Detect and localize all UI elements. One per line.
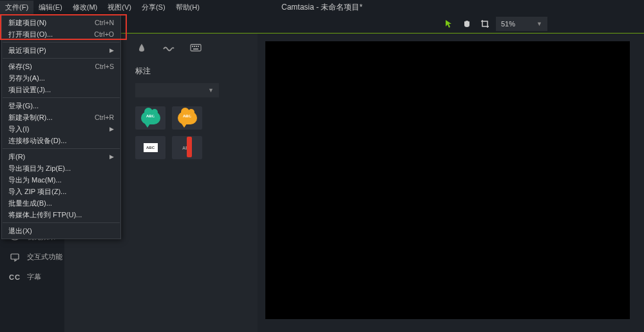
selected-indicator (187, 137, 192, 157)
chevron-right-icon: ▶ (109, 47, 114, 54)
sidebar-item-label: 交互式功能 (27, 252, 62, 262)
menu-import-zip[interactable]: 导入 ZIP 项目(Z)... (2, 186, 120, 197)
caret-down-icon: ▼ (208, 87, 214, 93)
chevron-right-icon: ▶ (109, 153, 114, 160)
annotation-thumb-cloud-orange[interactable]: ABC (172, 106, 202, 130)
menu-edit[interactable]: 编辑(E) (33, 1, 68, 14)
zoom-dropdown[interactable]: 51% ▼ (496, 17, 547, 31)
menu-login[interactable]: 登录(G)... (2, 100, 120, 112)
crop-tool-icon[interactable] (478, 17, 492, 31)
menu-help[interactable]: 帮助(H) (171, 1, 205, 14)
svg-rect-8 (193, 48, 198, 50)
menu-view[interactable]: 视图(V) (102, 1, 137, 14)
file-menu-dropdown: 新建项目(N)Ctrl+N 打开项目(O)...Ctrl+O 最近项目(P)▶ … (1, 14, 121, 239)
menu-share[interactable]: 分享(S) (137, 1, 171, 14)
keyboard-icon[interactable] (189, 41, 202, 54)
hand-tool-icon[interactable] (460, 17, 474, 31)
svg-rect-5 (194, 46, 195, 47)
menu-import[interactable]: 导入(I)▶ (2, 123, 120, 135)
menubar: Camtasia - 未命名项目* 文件(F) 编辑(E) 修改(M) 视图(V… (0, 0, 644, 14)
caret-down-icon: ▼ (536, 21, 542, 27)
menu-file[interactable]: 文件(F) (0, 1, 33, 14)
menu-export-mac[interactable]: 导出为 Mac(M)... (2, 174, 120, 186)
wave-icon[interactable] (162, 41, 175, 54)
interactive-icon (9, 251, 21, 263)
annotation-thumb-cloud-green[interactable]: ABC (135, 106, 166, 130)
menu-exit[interactable]: 退出(X) (2, 225, 120, 237)
svg-rect-6 (196, 46, 197, 47)
pointer-tool-icon[interactable] (442, 17, 456, 31)
svg-rect-2 (11, 254, 19, 259)
menu-new-recording[interactable]: 新建录制(R)...Ctrl+R (2, 112, 120, 123)
menu-open-project[interactable]: 打开项目(O)...Ctrl+O (2, 28, 120, 40)
canvas[interactable] (265, 41, 630, 319)
zoom-value: 51% (501, 20, 515, 28)
canvas-area (258, 34, 644, 332)
panel-title: 标注 (135, 66, 251, 77)
annotation-thumb-rect[interactable]: ABC (135, 136, 166, 159)
menu-upload-ftp[interactable]: 将媒体上传到 FTP(U)... (2, 209, 120, 220)
sidebar-item-captions[interactable]: CC 字幕 (0, 267, 64, 287)
menu-recent-projects[interactable]: 最近项目(P)▶ (2, 44, 120, 56)
menu-save[interactable]: 保存(S)Ctrl+S (2, 61, 120, 72)
chevron-right-icon: ▶ (109, 126, 114, 132)
menu-modify[interactable]: 修改(M) (68, 1, 103, 14)
svg-rect-3 (191, 44, 201, 51)
sidebar-item-interactive[interactable]: 交互式功能 (0, 247, 64, 267)
style-dropdown[interactable]: ▼ (135, 83, 219, 97)
sidebar-item-label: 字幕 (27, 272, 41, 282)
svg-rect-4 (192, 46, 193, 47)
svg-rect-7 (198, 46, 199, 47)
menu-library[interactable]: 库(R)▶ (2, 151, 120, 162)
menu-export-zip[interactable]: 导出项目为 Zip(E)... (2, 162, 120, 174)
cc-icon: CC (9, 271, 21, 283)
menu-new-project[interactable]: 新建项目(N)Ctrl+N (2, 17, 120, 28)
menu-project-settings[interactable]: 项目设置(J)... (2, 84, 120, 95)
menu-connect-mobile[interactable]: 连接移动设备(D)... (2, 135, 120, 146)
menu-batch[interactable]: 批量生成(B)... (2, 197, 120, 209)
annotation-thumbnails: ABC ABC ABC ABC (135, 106, 270, 159)
droplet-icon[interactable] (135, 41, 148, 54)
menu-save-as[interactable]: 另存为(A)... (2, 72, 120, 84)
